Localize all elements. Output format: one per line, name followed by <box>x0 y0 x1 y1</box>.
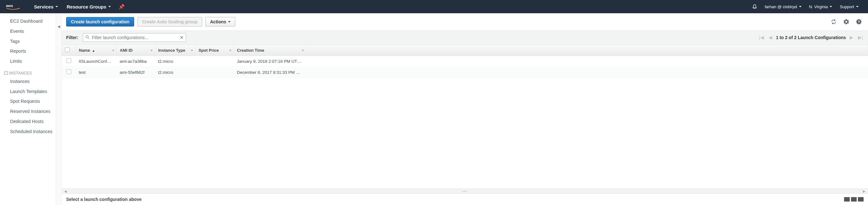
chevron-right-icon: ▶ <box>863 189 866 193</box>
cell-spot <box>195 56 234 67</box>
filter-bar: Filter: ✕ |◀ ◀ 1 to 2 of 2 Launch Config… <box>62 31 868 45</box>
cell-name: IISLaunchConf… <box>75 56 117 67</box>
sidebar: EC2 Dashboard Events Tags Reports Limits… <box>0 13 56 205</box>
action-bar: Create launch configuration Create Auto … <box>62 13 868 31</box>
aws-logo[interactable]: aws <box>6 3 20 10</box>
cell-created: December 8, 2017 9:31:33 PM … <box>234 67 306 78</box>
sidebar-group-label: INSTANCES <box>9 71 32 76</box>
chevron-left-icon: ◀ <box>57 24 60 29</box>
resource-groups-menu[interactable]: Resource Groups <box>62 0 115 13</box>
chevron-down-icon <box>56 6 58 7</box>
services-label: Services <box>34 4 54 9</box>
sort-asc-icon: ▲ <box>92 49 95 52</box>
settings-icon[interactable] <box>843 18 850 25</box>
sidebar-item-reserved-instances[interactable]: Reserved Instances <box>0 107 56 117</box>
launch-configurations-table: Name▲▾ AMI ID▾ Instance Type▾ Spot Price… <box>62 45 868 78</box>
row-checkbox[interactable] <box>66 58 71 63</box>
column-header-creation-time[interactable]: Creation Time▾ <box>234 45 306 56</box>
svg-text:?: ? <box>858 20 860 24</box>
account-label: farhan @ ctxblrpd <box>765 4 797 9</box>
sidebar-group-instances[interactable]: − INSTANCES <box>0 69 56 77</box>
column-header-spot-price[interactable]: Spot Price▾ <box>195 45 234 56</box>
page-first-icon[interactable]: |◀ <box>758 35 765 40</box>
sidebar-item-instances[interactable]: Instances <box>0 77 56 87</box>
cell-ami: ami-ac7a38ba <box>117 56 155 67</box>
content-area: Create launch configuration Create Auto … <box>62 13 868 205</box>
drag-grip-icon: ••• <box>462 189 468 193</box>
page-next-icon[interactable]: ▶ <box>849 35 854 40</box>
column-menu-icon: ▾ <box>191 49 193 52</box>
help-icon[interactable]: ? <box>856 18 862 25</box>
refresh-icon[interactable] <box>830 18 837 25</box>
view-mode-full[interactable] <box>858 197 864 202</box>
sidebar-item-ec2-dashboard[interactable]: EC2 Dashboard <box>0 17 56 27</box>
column-header-name[interactable]: Name▲▾ <box>75 45 117 56</box>
support-label: Support <box>840 4 854 9</box>
filter-label: Filter: <box>66 35 79 40</box>
page-prev-icon[interactable]: ◀ <box>768 35 773 40</box>
cell-name: test <box>75 67 117 78</box>
view-mode-split[interactable] <box>851 197 857 202</box>
sidebar-item-spot-requests[interactable]: Spot Requests <box>0 96 56 107</box>
cell-type: t2.micro <box>155 67 195 78</box>
pagination: |◀ ◀ 1 to 2 of 2 Launch Configurations ▶… <box>758 35 864 40</box>
actions-label: Actions <box>210 19 226 24</box>
column-header-instance-type[interactable]: Instance Type▾ <box>155 45 195 56</box>
view-mode-bottom[interactable] <box>844 197 850 202</box>
sidebar-item-events[interactable]: Events <box>0 27 56 37</box>
page-status: 1 to 2 of 2 Launch Configurations <box>776 35 846 40</box>
sidebar-item-reports[interactable]: Reports <box>0 47 56 56</box>
table-row[interactable]: IISLaunchConf… ami-ac7a38ba t2.micro Jan… <box>62 56 868 67</box>
chevron-down-icon <box>228 21 230 22</box>
column-menu-icon: ▾ <box>302 49 304 52</box>
top-nav: aws Services Resource Groups 📌 farhan @ … <box>0 0 868 13</box>
column-menu-icon: ▾ <box>229 49 231 52</box>
row-checkbox[interactable] <box>66 69 71 74</box>
chevron-down-icon <box>830 6 832 7</box>
column-header-ami[interactable]: AMI ID▾ <box>117 45 155 56</box>
collapse-icon: − <box>4 71 8 75</box>
chevron-down-icon <box>856 6 859 7</box>
sidebar-item-launch-templates[interactable]: Launch Templates <box>0 87 56 97</box>
cell-created: January 9, 2018 2:07:18 PM UT… <box>234 56 306 67</box>
sidebar-item-scheduled-instances[interactable]: Scheduled Instances <box>0 127 56 137</box>
cell-spot <box>195 67 234 78</box>
support-menu[interactable]: Support <box>836 4 862 9</box>
actions-dropdown[interactable]: Actions <box>205 17 235 27</box>
cell-type: t2.micro <box>155 56 195 67</box>
create-auto-scaling-group-button: Create Auto Scaling group <box>137 17 202 27</box>
create-launch-configuration-button[interactable]: Create launch configuration <box>66 17 134 27</box>
account-menu[interactable]: farhan @ ctxblrpd <box>761 4 805 9</box>
column-menu-icon: ▾ <box>113 49 114 52</box>
svg-text:aws: aws <box>6 3 13 7</box>
detail-panel: Select a launch configuration above <box>62 194 868 205</box>
main-layout: EC2 Dashboard Events Tags Reports Limits… <box>0 13 868 205</box>
column-menu-icon: ▾ <box>151 49 152 52</box>
sidebar-collapse-handle[interactable]: ◀ <box>56 13 62 205</box>
filter-input[interactable] <box>83 33 186 42</box>
services-menu[interactable]: Services <box>30 0 62 13</box>
chevron-down-icon <box>108 6 111 7</box>
notifications-icon[interactable] <box>748 4 761 9</box>
select-all-checkbox[interactable] <box>65 47 70 52</box>
page-last-icon[interactable]: ▶| <box>857 35 864 40</box>
sidebar-item-dedicated-hosts[interactable]: Dedicated Hosts <box>0 117 56 127</box>
detail-message: Select a launch configuration above <box>66 197 142 202</box>
resource-groups-label: Resource Groups <box>67 4 106 9</box>
pin-icon[interactable]: 📌 <box>115 4 128 10</box>
table-row[interactable]: test ami-55ef662f t2.micro December 8, 2… <box>62 67 868 78</box>
region-label: N. Virginia <box>809 4 828 9</box>
chevron-down-icon <box>799 6 802 7</box>
region-menu[interactable]: N. Virginia <box>805 4 836 9</box>
horizontal-splitter[interactable]: ◀ ••• ▶ <box>62 188 868 194</box>
chevron-left-icon: ◀ <box>64 189 67 193</box>
sidebar-item-tags[interactable]: Tags <box>0 37 56 47</box>
cell-ami: ami-55ef662f <box>117 67 155 78</box>
clear-filter-icon[interactable]: ✕ <box>180 35 184 40</box>
sidebar-item-limits[interactable]: Limits <box>0 56 56 66</box>
